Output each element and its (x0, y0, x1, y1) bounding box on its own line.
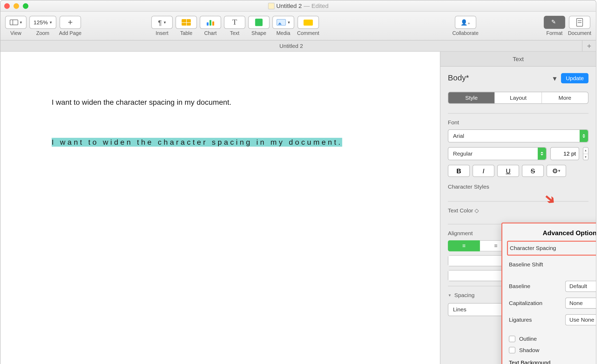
media-icon (276, 19, 286, 26)
comment-label: Comment (297, 30, 319, 36)
baseline-label: Baseline (509, 283, 530, 290)
select-caret-icon (538, 148, 546, 160)
diamond-icon: ◇ (475, 207, 479, 214)
zoom-button[interactable]: 125%▾ (29, 16, 56, 29)
view-label: View (10, 30, 21, 36)
triangle-down-icon: ▼ (448, 293, 452, 297)
zoom-value: 125% (34, 19, 48, 26)
line-spacing-value: Lines (453, 306, 466, 313)
align-left-button[interactable]: ≡ (448, 240, 480, 251)
advanced-options-button[interactable]: ⚙▾ (547, 165, 566, 177)
character-spacing-label: Character Spacing (510, 245, 556, 252)
paintbrush-icon (550, 19, 559, 26)
media-label: Media (276, 30, 290, 36)
chevron-down-icon: ▾ (288, 20, 290, 25)
shadow-checkbox[interactable]: Shadow (509, 347, 597, 353)
add-page-button[interactable]: + (60, 16, 81, 29)
comment-icon (303, 19, 313, 25)
view-button[interactable]: ▾ (5, 16, 26, 29)
add-tab-button[interactable]: + (582, 40, 596, 51)
media-button[interactable]: ▾ (272, 16, 294, 29)
text-background-label: Text Background (509, 360, 550, 364)
document-canvas[interactable]: I want to widen the character spacing in… (1, 52, 440, 364)
window-title: Untitled 2 — Edited (268, 2, 329, 9)
font-size-stepper[interactable]: ▲▼ (583, 147, 589, 160)
capitalization-select[interactable]: None (565, 298, 597, 309)
document-label: Document (568, 30, 591, 36)
toolbar: ▾ View 125%▾ Zoom + Add Page ¶▾ Insert T… (1, 12, 596, 40)
font-size-value: 12 pt (563, 150, 576, 157)
shape-icon (255, 19, 263, 26)
strikethrough-button[interactable]: S (522, 165, 544, 177)
collaborate-button[interactable]: 👤₊ (455, 16, 476, 29)
inspector-tabs: Style Layout More (448, 92, 589, 104)
ligatures-value: Use None (569, 317, 594, 323)
paragraph-spaced-selected: I want to widen the character spacing in… (52, 138, 342, 147)
text-button[interactable]: T (224, 16, 245, 29)
checkbox-icon (509, 347, 516, 353)
paragraph-style-name[interactable]: Body* (448, 74, 469, 83)
titlebar: Untitled 2 — Edited (1, 1, 596, 12)
ligatures-select[interactable]: Use None (565, 314, 597, 325)
update-style-button[interactable]: Update (561, 73, 588, 83)
text-icon: T (232, 18, 237, 27)
spacing-label-text: Spacing (454, 292, 475, 299)
chevron-down-icon: ▾ (50, 20, 52, 25)
gear-icon: ⚙ (552, 167, 558, 175)
text-label: Text (230, 30, 239, 36)
chart-label: Chart (204, 30, 217, 36)
chevron-down-icon: ▾ (164, 20, 166, 25)
font-weight-value: Regular (453, 150, 472, 157)
advanced-options-popover: Advanced Options Character Spacing 25% ▲… (502, 222, 597, 364)
outline-checkbox[interactable]: Outline (509, 336, 597, 342)
capitalization-label: Capitalization (509, 300, 543, 306)
document-icon (268, 3, 275, 9)
fullscreen-window-button[interactable] (23, 3, 28, 8)
insert-label: Insert (156, 30, 168, 36)
document-button[interactable] (569, 16, 590, 29)
minimize-window-button[interactable] (13, 3, 19, 8)
font-section-label: Font (448, 119, 589, 126)
italic-button[interactable]: I (472, 165, 494, 177)
chevron-down-icon: ▾ (20, 20, 22, 25)
comment-button[interactable] (297, 16, 319, 29)
underline-button[interactable]: U (497, 165, 519, 177)
font-weight-select[interactable]: Regular (448, 147, 547, 160)
text-color-label: Text Color ◇ (448, 207, 589, 214)
shape-button[interactable] (248, 16, 270, 29)
shape-label: Shape (252, 30, 266, 36)
font-family-value: Arial (453, 133, 464, 139)
insert-button[interactable]: ¶▾ (151, 16, 173, 29)
format-label: Format (546, 30, 562, 36)
tab-style[interactable]: Style (448, 92, 495, 103)
inspector-header: Text (440, 52, 596, 66)
tab-untitled[interactable]: Untitled 2 (1, 43, 582, 49)
checkbox-icon (509, 336, 516, 342)
window-controls (4, 3, 29, 8)
table-label: Table (180, 30, 192, 36)
chart-icon (207, 19, 214, 26)
add-page-label: Add Page (59, 30, 81, 36)
close-window-button[interactable] (4, 3, 10, 8)
view-icon (10, 20, 18, 25)
capitalization-value: None (569, 300, 582, 306)
font-family-select[interactable]: Arial (448, 129, 589, 142)
format-button[interactable] (544, 16, 565, 29)
tab-more[interactable]: More (541, 92, 588, 103)
style-dropdown-chevron[interactable]: ▾ (553, 74, 557, 83)
paragraph-normal: I want to widen the character spacing in… (52, 98, 389, 107)
select-caret-icon (580, 130, 588, 142)
tab-layout[interactable]: Layout (495, 92, 541, 103)
bold-button[interactable]: B (448, 165, 470, 177)
baseline-shift-label: Baseline Shift (509, 261, 543, 268)
chart-button[interactable] (200, 16, 221, 29)
tab-bar: Untitled 2 + (1, 40, 596, 52)
table-button[interactable] (176, 16, 197, 29)
shadow-label: Shadow (519, 347, 539, 353)
baseline-select[interactable]: Default (565, 281, 597, 292)
person-add-icon: 👤₊ (461, 19, 470, 26)
document-icon (576, 18, 583, 27)
table-icon (181, 19, 191, 26)
baseline-value: Default (569, 283, 587, 290)
font-size-input[interactable]: 12 pt (550, 147, 579, 160)
